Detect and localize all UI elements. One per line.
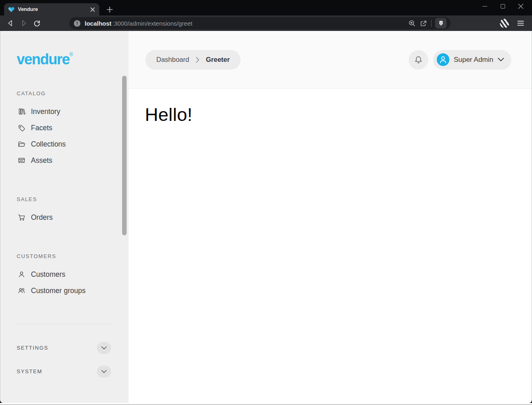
bell-icon [414, 55, 423, 64]
sidebar-item-label: Orders [31, 213, 53, 222]
sidebar-item-label: Inventory [31, 107, 60, 116]
sidebar-divider [17, 324, 111, 324]
tab-title: Vendure [18, 7, 85, 12]
nav-section-catalog: CATALOG Inventory Facets [0, 90, 129, 169]
back-icon[interactable] [4, 17, 17, 29]
user-avatar-icon [437, 53, 449, 66]
address-bar[interactable]: localhost :3000/admin/extensions/greet [69, 17, 451, 29]
menu-icon[interactable] [515, 18, 526, 29]
chevron-right-icon [196, 57, 199, 63]
sidebar-item-customers[interactable]: Customers [0, 266, 129, 282]
window-maximize-button[interactable] [494, 0, 512, 12]
share-icon[interactable] [420, 20, 427, 27]
browser-tab[interactable]: Vendure [4, 3, 99, 15]
section-label: SYSTEM [17, 368, 42, 375]
vendure-favicon-icon [8, 7, 15, 13]
sidebar-item-label: Assets [31, 156, 53, 165]
browser-toolbar: localhost :3000/admin/extensions/greet [0, 15, 532, 31]
vendure-logo[interactable]: vendure® [17, 47, 129, 67]
user-name: Super Admin [454, 56, 493, 64]
library-icon [18, 107, 26, 116]
sidebar-item-assets[interactable]: Assets [0, 152, 129, 169]
section-label: SALES [17, 196, 129, 203]
browser-window: Vendure [0, 0, 532, 405]
notifications-button[interactable] [409, 50, 428, 70]
sidebar-item-facets[interactable]: Facets [0, 120, 129, 136]
nav-section-customers: CUSTOMERS Customers Customer groups [0, 253, 129, 299]
tab-close-icon[interactable] [89, 6, 96, 13]
section-label: CATALOG [17, 90, 129, 97]
zoom-in-icon[interactable] [408, 20, 416, 27]
sidebar-item-collections[interactable]: Collections [0, 136, 129, 152]
brave-shield-icon[interactable] [435, 18, 447, 28]
window-minimize-button[interactable] [476, 0, 494, 12]
sidebar-scrollbar[interactable] [122, 76, 127, 235]
folder-icon [18, 140, 26, 148]
chevron-down-icon[interactable] [97, 342, 111, 354]
sidebar-section-settings[interactable]: SETTINGS [17, 342, 111, 354]
browser-titlebar: Vendure [0, 0, 532, 15]
sidebar-item-label: Collections [31, 140, 66, 149]
greeting-heading: Hello! [145, 104, 532, 125]
main-area: Dashboard Greeter S [129, 31, 532, 403]
sidebar-item-inventory[interactable]: Inventory [0, 103, 129, 120]
users-icon [18, 287, 26, 295]
forward-icon[interactable] [17, 17, 30, 29]
url-path: :3000/admin/extensions/greet [112, 20, 193, 27]
window-close-button[interactable] [512, 0, 530, 12]
breadcrumb-dashboard[interactable]: Dashboard [156, 56, 189, 63]
page-content: Hello! [129, 89, 532, 125]
page-header: Dashboard Greeter S [129, 31, 532, 89]
sidebar-item-label: Customers [31, 270, 66, 279]
logo-trademark: ® [70, 52, 73, 57]
tag-icon [18, 124, 26, 132]
chevron-down-icon [498, 58, 504, 61]
sidebar-item-customer-groups[interactable]: Customer groups [0, 282, 129, 299]
window-bottom-edge [0, 403, 532, 405]
breadcrumb-current: Greeter [206, 56, 230, 63]
reload-icon[interactable] [30, 17, 43, 29]
sidebar: vendure® CATALOG Inventory Facets [0, 31, 129, 403]
url-host: localhost [85, 20, 112, 27]
profile-avatar[interactable] [499, 18, 510, 28]
chevron-down-icon[interactable] [97, 366, 111, 378]
toolbar-separator [431, 20, 431, 27]
sidebar-section-system[interactable]: SYSTEM [17, 366, 111, 378]
sidebar-item-label: Customer groups [31, 287, 85, 295]
section-label: SETTINGS [17, 345, 48, 351]
section-label: CUSTOMERS [17, 253, 129, 260]
breadcrumb: Dashboard Greeter [145, 50, 241, 70]
user-menu[interactable]: Super Admin [433, 50, 511, 70]
sidebar-item-label: Facets [31, 124, 53, 132]
cart-icon [18, 213, 26, 221]
nav-section-sales: SALES Orders [0, 196, 129, 225]
image-icon [18, 156, 26, 164]
logo-text: vendure [17, 51, 70, 68]
sidebar-nav: CATALOG Inventory Facets [0, 90, 129, 299]
new-tab-button[interactable] [104, 4, 115, 15]
sidebar-item-orders[interactable]: Orders [0, 209, 129, 225]
page-viewport: vendure® CATALOG Inventory Facets [0, 31, 532, 403]
site-info-icon[interactable] [73, 20, 81, 27]
user-icon [18, 270, 26, 278]
